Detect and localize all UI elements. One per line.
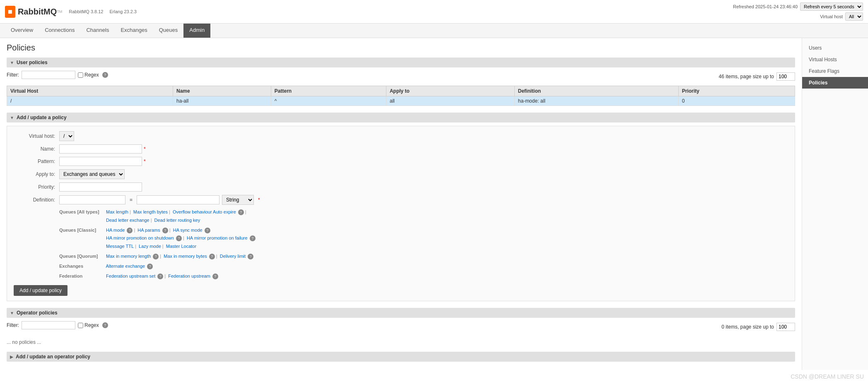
add-update-policy-button[interactable]: Add / update policy bbox=[14, 285, 68, 296]
operator-policies-arrow: ▼ bbox=[10, 311, 14, 315]
hint-fed-upstream-help[interactable]: ? bbox=[212, 274, 218, 279]
operator-page-size-input[interactable] bbox=[776, 323, 795, 331]
hint-ha-mirror-failure-help[interactable]: ? bbox=[250, 235, 256, 241]
hint-ha-sync-mode-help[interactable]: ? bbox=[205, 228, 210, 233]
hint-max-length[interactable]: Max length bbox=[106, 209, 128, 214]
priority-form-label: Priority: bbox=[14, 184, 59, 190]
operator-filter-input[interactable] bbox=[22, 321, 75, 329]
hint-fed-upstream-set-help[interactable]: ? bbox=[157, 274, 163, 279]
apply-to-row-form: Apply to: Exchanges and queues Exchanges… bbox=[14, 169, 788, 179]
hints-queues-all-label: Queues [All types] bbox=[59, 208, 105, 216]
nav-queues[interactable]: Queues bbox=[153, 24, 184, 38]
user-items-count: 46 items, page size up to bbox=[719, 74, 774, 79]
sidebar-item-users[interactable]: Users bbox=[802, 42, 868, 54]
hint-lazy-mode[interactable]: Lazy mode bbox=[139, 244, 161, 249]
hint-ha-mirror-promotion-shutdown[interactable]: HA mirror promotion on shutdown bbox=[106, 235, 174, 240]
add-policy-header[interactable]: ▼ Add / update a policy bbox=[7, 113, 795, 122]
priority-form-input[interactable] bbox=[59, 182, 142, 192]
hints-queues-quorum-label: Queues [Quorum] bbox=[59, 252, 105, 261]
nav-overview[interactable]: Overview bbox=[5, 24, 39, 38]
row-pattern: ^ bbox=[271, 96, 386, 106]
name-form-label: Name: bbox=[14, 146, 59, 152]
hint-ha-mode[interactable]: HA mode bbox=[106, 228, 125, 233]
name-form-input[interactable] bbox=[59, 144, 142, 154]
hints-federation: Federation Federation upstream set ?| Fe… bbox=[59, 272, 788, 281]
hint-max-length-bytes[interactable]: Max length bytes bbox=[133, 209, 168, 214]
add-operator-policy-header[interactable]: ▶ Add / update an operator policy bbox=[7, 352, 795, 362]
apply-to-select[interactable]: Exchanges and queues Exchanges Queues bbox=[59, 169, 125, 179]
nav-connections[interactable]: Connections bbox=[39, 24, 80, 38]
hint-delivery-limit-help[interactable]: ? bbox=[248, 254, 253, 259]
hint-dead-letter-routing-key[interactable]: Dead letter routing key bbox=[154, 218, 200, 223]
refreshed-label: Refreshed 2025-01-24 23:46:40 bbox=[733, 4, 798, 9]
vhost-row: Virtual host All bbox=[820, 12, 863, 21]
user-page-size-input[interactable] bbox=[776, 72, 795, 81]
def-value-input[interactable] bbox=[137, 195, 219, 204]
hint-max-mem-bytes-help[interactable]: ? bbox=[209, 254, 215, 259]
hints-exchanges-label: Exchanges bbox=[59, 262, 105, 271]
col-pattern: Pattern bbox=[271, 86, 386, 96]
operator-policies-header[interactable]: ▼ Operator policies bbox=[7, 308, 795, 318]
hint-ha-mirror-shutdown-help[interactable]: ? bbox=[176, 235, 182, 241]
operator-policies-label: Operator policies bbox=[17, 310, 58, 316]
hint-alt-exchange-help[interactable]: ? bbox=[147, 264, 153, 269]
hints-federation-label: Federation bbox=[59, 272, 105, 281]
sidebar-item-policies[interactable]: Policies bbox=[802, 77, 868, 89]
hint-federation-upstream[interactable]: Federation upstream bbox=[168, 274, 210, 278]
definition-inputs: = String Number Boolean List * bbox=[59, 195, 260, 205]
nav-channels[interactable]: Channels bbox=[80, 24, 115, 38]
user-filter-input[interactable] bbox=[22, 71, 75, 79]
user-regex-checkbox[interactable] bbox=[78, 72, 83, 78]
logo: ■ RabbitMQTM bbox=[5, 6, 62, 18]
hint-ha-params[interactable]: HA params bbox=[137, 228, 160, 233]
operator-filter-help[interactable]: ? bbox=[102, 322, 108, 328]
vhost-select[interactable]: All bbox=[845, 12, 863, 21]
table-row[interactable]: / ha-all ^ all ha-mode: all 0 bbox=[7, 96, 795, 106]
hint-ha-params-help[interactable]: ? bbox=[162, 228, 168, 233]
hint-max-mem-length-help[interactable]: ? bbox=[153, 254, 159, 259]
nav-admin[interactable]: Admin bbox=[183, 24, 210, 38]
hint-alternate-exchange[interactable]: Alternate exchange bbox=[106, 264, 145, 269]
content: Policies ▼ User policies Filter: Regex ? bbox=[0, 38, 802, 370]
operator-filter-row: Filter: Regex ? bbox=[7, 321, 108, 329]
user-regex-label: Regex bbox=[78, 72, 99, 78]
apply-to-form-label: Apply to: bbox=[14, 171, 59, 177]
user-filter-help[interactable]: ? bbox=[102, 72, 108, 78]
header: ■ RabbitMQTM RabbitMQ 3.8.12 Erlang 23.2… bbox=[0, 0, 868, 24]
priority-row-form: Priority: bbox=[14, 182, 788, 192]
hint-dead-letter-exchange[interactable]: Dead letter exchange bbox=[106, 218, 149, 223]
pattern-form-label: Pattern: bbox=[14, 158, 59, 164]
user-policies-header[interactable]: ▼ User policies bbox=[7, 58, 795, 67]
top-right: Refreshed 2025-01-24 23:46:40 Refresh ev… bbox=[733, 2, 863, 21]
hint-auto-expire-help[interactable]: ? bbox=[238, 209, 244, 215]
nav-exchanges[interactable]: Exchanges bbox=[115, 24, 153, 38]
pattern-form-input[interactable] bbox=[59, 157, 142, 166]
row-definition: ha-mode: all bbox=[514, 96, 678, 106]
hint-message-ttl[interactable]: Message TTL bbox=[106, 244, 134, 249]
hint-overflow-behaviour[interactable]: Overflow behaviour bbox=[173, 209, 212, 214]
refresh-select[interactable]: Refresh every 5 seconds bbox=[800, 2, 863, 11]
add-operator-policy-arrow: ▶ bbox=[10, 355, 13, 359]
vhost-form-select[interactable]: / bbox=[59, 131, 74, 141]
hint-max-in-memory-length[interactable]: Max in memory length bbox=[106, 254, 151, 259]
hint-delivery-limit[interactable]: Delivery limit bbox=[220, 254, 246, 259]
logo-tm: TM bbox=[57, 10, 62, 14]
def-key-input[interactable] bbox=[59, 195, 125, 204]
refresh-row: Refreshed 2025-01-24 23:46:40 Refresh ev… bbox=[733, 2, 863, 11]
operator-regex-checkbox[interactable] bbox=[78, 323, 83, 328]
operator-filter-label: Filter: bbox=[7, 322, 19, 328]
row-name: ha-all bbox=[173, 96, 271, 106]
sidebar-item-feature-flags[interactable]: Feature Flags bbox=[802, 65, 868, 77]
def-type-select[interactable]: String Number Boolean List bbox=[222, 195, 254, 205]
row-priority: 0 bbox=[678, 96, 795, 106]
hint-ha-sync-mode[interactable]: HA sync mode bbox=[173, 228, 203, 233]
hint-auto-expire[interactable]: Auto expire bbox=[213, 209, 236, 214]
hint-ha-mirror-promotion-failure[interactable]: HA mirror promotion on failure bbox=[187, 235, 248, 240]
hint-max-in-memory-bytes[interactable]: Max in memory bytes bbox=[164, 254, 207, 259]
col-apply-to: Apply to bbox=[386, 86, 514, 96]
hint-ha-mode-help[interactable]: ? bbox=[127, 228, 133, 233]
user-filter-label: Filter: bbox=[7, 72, 19, 78]
hint-federation-upstream-set[interactable]: Federation upstream set bbox=[106, 274, 155, 278]
sidebar-item-virtual-hosts[interactable]: Virtual Hosts bbox=[802, 54, 868, 65]
hint-master-locator[interactable]: Master Locator bbox=[166, 244, 196, 249]
